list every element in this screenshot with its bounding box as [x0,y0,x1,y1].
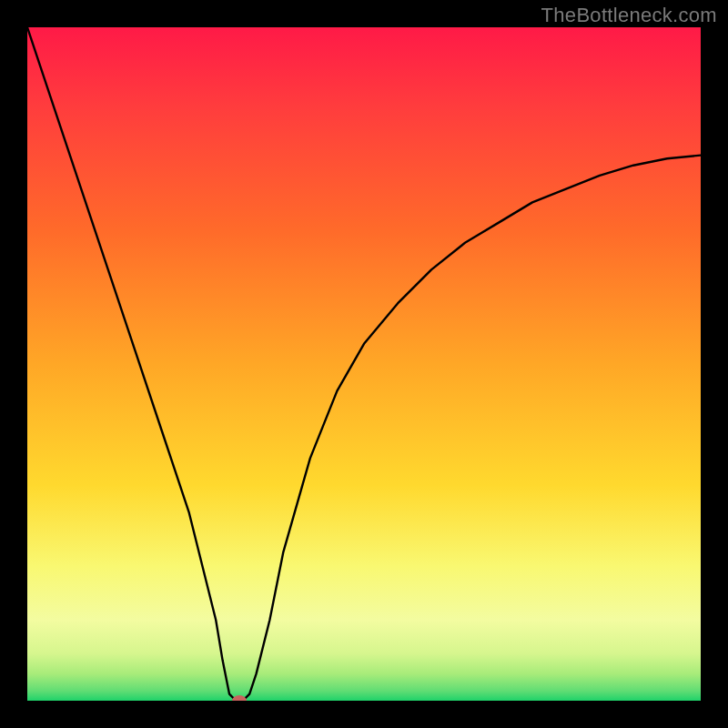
watermark-text: TheBottleneck.com [541,4,717,27]
plot-area [27,27,701,701]
bottleneck-curve [27,27,701,701]
chart-frame: TheBottleneck.com [0,0,728,728]
optimal-point-marker [232,695,247,701]
